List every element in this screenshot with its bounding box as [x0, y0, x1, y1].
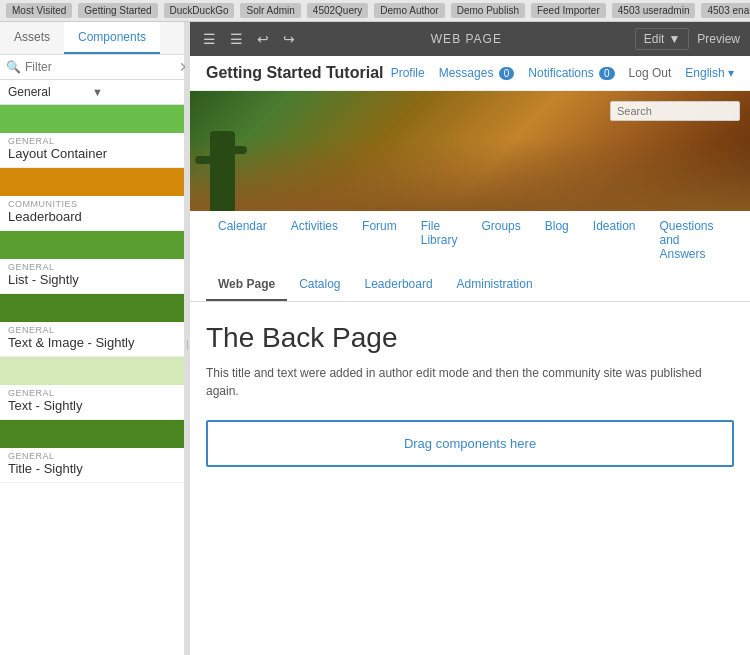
component-name: Layout Container — [8, 146, 176, 161]
nav-web-page[interactable]: Web Page — [206, 269, 287, 301]
component-label: GENERAL Title - Sightly — [0, 448, 184, 482]
sub-nav: Calendar Activities Forum File Library G… — [190, 211, 750, 302]
browser-tab-4503-user[interactable]: 4503 useradmin — [612, 3, 696, 18]
component-name: Text - Sightly — [8, 398, 176, 413]
component-label: COMMUNITIES Leaderboard — [0, 196, 184, 230]
nav-groups[interactable]: Groups — [469, 211, 532, 269]
page-description: This title and text were added in author… — [206, 364, 734, 400]
nav-calendar[interactable]: Calendar — [206, 211, 279, 269]
browser-tab-getting-started[interactable]: Getting Started — [78, 3, 157, 18]
component-name: Leaderboard — [8, 209, 176, 224]
notifications-badge: 0 — [599, 67, 615, 80]
nav-forum[interactable]: Forum — [350, 211, 409, 269]
list-item[interactable]: GENERAL Layout Container — [0, 105, 184, 168]
component-color-swatch — [0, 420, 184, 448]
component-label: GENERAL Text & Image - Sightly — [0, 322, 184, 356]
component-name: List - Sightly — [8, 272, 176, 287]
sub-nav-row-2: Web Page Catalog Leaderboard Administrat… — [206, 269, 734, 301]
list-item[interactable]: GENERAL Text - Sightly — [0, 357, 184, 420]
component-label: GENERAL Layout Container — [0, 133, 184, 167]
search-input[interactable] — [617, 105, 733, 117]
browser-tab-most-visited[interactable]: Most Visited — [6, 3, 72, 18]
cactus-decoration — [210, 131, 235, 211]
component-category: GENERAL — [8, 451, 176, 461]
hero-image — [190, 91, 750, 211]
language-selector[interactable]: English ▾ — [685, 66, 734, 80]
list-item[interactable]: GENERAL Title - Sightly — [0, 420, 184, 483]
page-content: The Back Page This title and text were a… — [190, 302, 750, 655]
editor-toolbar: ☰ ☰ ↩ ↪ WEB PAGE Edit ▼ Preview — [190, 22, 750, 56]
nav-notifications[interactable]: Notifications 0 — [528, 66, 614, 80]
component-category: COMMUNITIES — [8, 199, 176, 209]
list-item[interactable]: GENERAL Text & Image - Sightly — [0, 294, 184, 357]
browser-tab-4502[interactable]: 4502Query — [307, 3, 368, 18]
nav-administration[interactable]: Administration — [445, 269, 545, 301]
nav-blog[interactable]: Blog — [533, 211, 581, 269]
redo-icon[interactable]: ↪ — [280, 28, 298, 50]
chevron-down-icon: ▼ — [92, 86, 176, 98]
component-category: GENERAL — [8, 388, 176, 398]
category-label: General — [8, 85, 92, 99]
right-content: ☰ ☰ ↩ ↪ WEB PAGE Edit ▼ Preview Getting … — [190, 22, 750, 655]
chevron-down-icon: ▼ — [668, 32, 680, 46]
component-color-swatch — [0, 168, 184, 196]
nav-activities[interactable]: Activities — [279, 211, 350, 269]
component-color-swatch — [0, 231, 184, 259]
site-title: Getting Started Tutorial — [206, 64, 391, 82]
site-header: Getting Started Tutorial Profile Message… — [190, 56, 750, 91]
browser-bar: Most Visited Getting Started DuckDuckGo … — [0, 0, 750, 22]
settings-icon[interactable]: ☰ — [227, 28, 246, 50]
search-icon: 🔍 — [6, 60, 21, 74]
sub-nav-row-1: Calendar Activities Forum File Library G… — [206, 211, 734, 269]
toolbar-title: WEB PAGE — [306, 32, 627, 46]
list-item[interactable]: GENERAL List - Sightly — [0, 231, 184, 294]
browser-tab-demo-author[interactable]: Demo Author — [374, 3, 444, 18]
nav-messages[interactable]: Messages 0 — [439, 66, 515, 80]
edit-button[interactable]: Edit ▼ — [635, 28, 690, 50]
component-color-swatch — [0, 357, 184, 385]
list-item[interactable]: COMMUNITIES Leaderboard — [0, 168, 184, 231]
undo-icon[interactable]: ↩ — [254, 28, 272, 50]
browser-tab-4503-enable[interactable]: 4503 enable — [701, 3, 750, 18]
notifications-label: Notifications — [528, 66, 593, 80]
nav-profile[interactable]: Profile — [391, 66, 425, 80]
component-color-swatch — [0, 294, 184, 322]
filter-input[interactable] — [25, 60, 175, 74]
tab-assets[interactable]: Assets — [0, 22, 64, 54]
component-color-swatch — [0, 105, 184, 133]
filter-bar: 🔍 ✕ — [0, 55, 184, 80]
nav-qa[interactable]: Questions and Answers — [648, 211, 735, 269]
component-name: Title - Sightly — [8, 461, 176, 476]
panel-tabs: Assets Components — [0, 22, 184, 55]
sidebar-toggle-icon[interactable]: ☰ — [200, 28, 219, 50]
edit-label: Edit — [644, 32, 665, 46]
nav-ideation[interactable]: Ideation — [581, 211, 648, 269]
browser-tab-duckduckgo[interactable]: DuckDuckGo — [164, 3, 235, 18]
category-selector[interactable]: General ▼ — [0, 80, 184, 105]
main-layout: Assets Components 🔍 ✕ General ▼ GENERAL … — [0, 22, 750, 655]
search-box[interactable] — [610, 101, 740, 121]
component-label: GENERAL List - Sightly — [0, 259, 184, 293]
component-category: GENERAL — [8, 262, 176, 272]
components-list: GENERAL Layout Container COMMUNITIES Lea… — [0, 105, 184, 655]
component-category: GENERAL — [8, 325, 176, 335]
browser-tab-demo-publish[interactable]: Demo Publish — [451, 3, 525, 18]
component-label: GENERAL Text - Sightly — [0, 385, 184, 419]
nav-leaderboard[interactable]: Leaderboard — [353, 269, 445, 301]
component-category: GENERAL — [8, 136, 176, 146]
nav-file-library[interactable]: File Library — [409, 211, 470, 269]
preview-button[interactable]: Preview — [697, 32, 740, 46]
page-title: The Back Page — [206, 322, 734, 354]
tab-components[interactable]: Components — [64, 22, 160, 54]
browser-tab-feed[interactable]: Feed Importer — [531, 3, 606, 18]
nav-catalog[interactable]: Catalog — [287, 269, 352, 301]
component-name: Text & Image - Sightly — [8, 335, 176, 350]
messages-badge: 0 — [499, 67, 515, 80]
logout-button[interactable]: Log Out — [629, 66, 672, 80]
browser-tab-solr[interactable]: Solr Admin — [240, 3, 300, 18]
site-nav: Profile Messages 0 Notifications 0 Log O… — [391, 66, 734, 80]
messages-label: Messages — [439, 66, 494, 80]
drag-drop-zone[interactable]: Drag components here — [206, 420, 734, 467]
left-panel: Assets Components 🔍 ✕ General ▼ GENERAL … — [0, 22, 185, 655]
